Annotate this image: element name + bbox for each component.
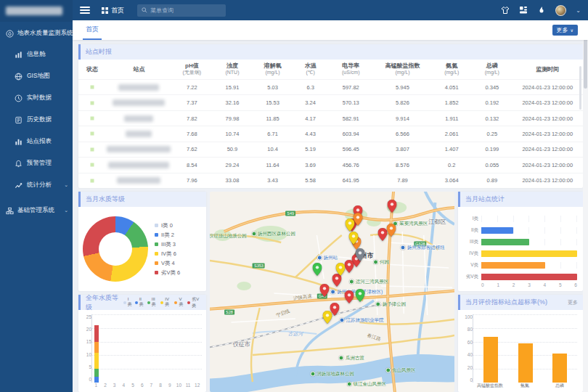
sidebar-item-label: 预警管理	[27, 159, 68, 168]
sidebar-item-1[interactable]: 信息舱	[0, 44, 73, 65]
station-name-redacted	[106, 146, 171, 152]
map-poi-park[interactable]: 润扬湿地森林公园	[310, 371, 354, 377]
breadcrumb-home[interactable]: 首页	[102, 6, 124, 15]
station-marker-green[interactable]	[356, 289, 365, 302]
legend-item[interactable]: III类	[147, 296, 158, 309]
legend-item[interactable]: III类 3	[155, 241, 180, 248]
map-poi-park[interactable]: 扬州西区森林公园	[251, 230, 295, 237]
sidebar-item-6[interactable]: 预警管理	[0, 152, 73, 174]
month-quality-chart: I类 0II类 2III类 3IV类 6V类 4劣V类 6	[78, 207, 206, 291]
legend-item[interactable]: IV类 6	[155, 250, 180, 258]
value-cell: 0.345	[472, 84, 513, 91]
sidebar-group-base-system[interactable]: 基础管理系统 ⌄	[0, 196, 73, 221]
sidebar-group-water-system[interactable]: 地表水质量监测系统 ⌃	[0, 22, 73, 44]
map-poi-park[interactable]: 运河三湾风景区	[349, 279, 389, 285]
legend-item[interactable]: II类 2	[155, 232, 180, 239]
legend-item[interactable]: I类	[123, 296, 132, 309]
station-name-redacted	[106, 177, 171, 184]
chevron-down-icon: ∨	[571, 28, 573, 33]
hbar-row: V类	[461, 262, 577, 269]
value-cell: 603.94	[328, 131, 374, 137]
menu-search[interactable]	[137, 4, 226, 17]
chevron-down-icon: ⌄	[64, 208, 68, 213]
map-poi-park[interactable]: 何园	[373, 258, 389, 265]
stacked-bar	[150, 314, 154, 383]
station-name-redacted	[106, 99, 171, 106]
sidebar-item-7[interactable]: 统计分析 ⌄	[0, 174, 73, 196]
sidebar-item-label: 统计分析	[27, 181, 60, 189]
station-marker-yellow[interactable]	[323, 311, 332, 324]
sidebar-item-2[interactable]: GIS地图	[0, 65, 73, 87]
transit-poi-icon	[317, 256, 322, 261]
menu-toggle-icon[interactable]	[80, 7, 90, 14]
table-body: 7.2215.915.036.3597.825.9454.0510.345202…	[78, 79, 583, 188]
map-poi-transit[interactable]: 扬州东部客运枢纽	[401, 245, 445, 251]
station-marker-orange[interactable]	[386, 224, 396, 237]
year-quality-panel: 全年水质等级 I类II类III类IV类V类劣V类 2520151050 1234…	[78, 295, 206, 392]
exceed-rate-more-link[interactable]: 更多	[568, 299, 578, 306]
sidebar-item-4[interactable]: 历史数据	[0, 109, 73, 131]
map-poi-park[interactable]: 瓜洲古渡	[339, 355, 364, 362]
value-cell: 6.566	[374, 131, 432, 137]
value-cell: 79.98	[212, 115, 253, 122]
map-poi-park[interactable]: 仪征捺山地质公园	[210, 232, 247, 239]
station-marker-red[interactable]	[344, 290, 354, 303]
sidebar-item-3[interactable]: 实时数据	[0, 87, 73, 109]
map-poi-park[interactable]: 镇江金山风景区	[346, 380, 386, 387]
sidebar-base-system-label: 基础管理系统	[17, 206, 60, 215]
month-quality-panel: 当月水质等级 I类 0II类 2III类 3IV类 6V类 4劣V类 6	[78, 192, 206, 291]
legend-item[interactable]: I类 0	[155, 222, 180, 229]
gis-map[interactable]: 扬州市江都区仪征市古运河沪陕高速宁启线春江路G40S28S49G328S353扬…	[210, 192, 454, 392]
search-input[interactable]	[150, 7, 216, 14]
user-avatar[interactable]	[555, 5, 566, 16]
value-cell: 0.192	[472, 99, 513, 106]
page-scrollbar[interactable]	[583, 20, 588, 392]
station-marker-green[interactable]	[313, 263, 322, 276]
value-cell: 5.826	[374, 99, 432, 106]
flame-icon[interactable]	[537, 6, 546, 15]
map-poi-park[interactable]: 茱萸湾风景区	[393, 221, 428, 227]
road-shield: S28	[224, 309, 234, 314]
sidebar-system-title: 地表水质量监测系统	[17, 29, 73, 38]
station-marker-yellow[interactable]	[349, 232, 359, 245]
more-button[interactable]: 更多∨	[552, 25, 578, 36]
x-axis-labels: 123456789101112	[91, 383, 202, 390]
map-poi-park[interactable]: 扬子津公园	[376, 301, 407, 307]
layout-size-icon[interactable]	[519, 6, 528, 15]
legend-item[interactable]: 劣V类 6	[155, 269, 180, 277]
stacked-bar-plot	[91, 314, 202, 383]
map-poi-transit[interactable]: 扬州站	[317, 255, 338, 261]
table-row: 7.3732.1615.533.24570.135.8261.8520.1922…	[78, 94, 583, 110]
theme-skin-icon[interactable]	[501, 6, 510, 15]
legend-item[interactable]: IV类	[160, 296, 171, 309]
value-cell: 7.68	[172, 131, 213, 137]
user-menu-chevron-icon[interactable]: ⌄	[576, 7, 581, 14]
park-poi-icon	[310, 372, 315, 377]
value-cell: 0.132	[472, 115, 513, 122]
table-scrollbar[interactable]	[579, 66, 581, 110]
hbar-row: I类	[461, 216, 577, 222]
station-marker-red[interactable]	[345, 260, 354, 273]
station-marker-yellow[interactable]	[346, 219, 355, 232]
park-poi-icon	[339, 356, 344, 361]
value-cell: 7.82	[172, 115, 213, 122]
legend-item[interactable]: V类	[174, 296, 184, 309]
station-marker-red[interactable]	[320, 284, 330, 297]
tab-home[interactable]: 首页	[83, 20, 102, 40]
station-marker-gray[interactable]	[356, 248, 365, 261]
value-cell: 7.89	[374, 177, 432, 184]
stacked-bar	[131, 314, 136, 383]
sidebar-item-5[interactable]: 站点报表	[0, 131, 73, 152]
station-marker-yellow[interactable]	[335, 263, 345, 276]
sidebar-item-label: 信息舱	[27, 50, 68, 59]
legend-item[interactable]: 劣V类	[187, 296, 201, 309]
donut-chart	[83, 216, 148, 282]
park-poi-icon	[385, 367, 391, 372]
sidebar-item-label: 站点报表	[27, 137, 68, 146]
legend-item[interactable]: II类	[135, 296, 144, 309]
legend-item[interactable]: V类 4	[155, 260, 180, 267]
map-poi-park[interactable]: 焦山风景区	[385, 367, 416, 373]
map-poi-school[interactable]: 江苏旅游职业学院	[339, 317, 383, 323]
station-marker-red[interactable]	[388, 200, 397, 213]
value-cell: 4.051	[431, 84, 472, 91]
